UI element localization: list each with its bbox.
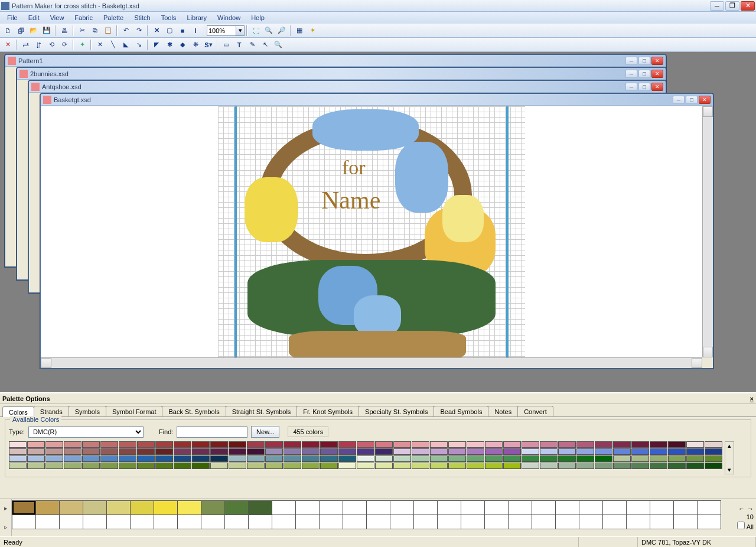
- color-swatch[interactable]: [558, 441, 576, 448]
- color-swatch[interactable]: [668, 463, 686, 469]
- zoom-area-icon[interactable]: 🔎: [275, 25, 288, 37]
- palette-slot[interactable]: [177, 515, 201, 529]
- color-swatch[interactable]: [247, 455, 265, 462]
- menu-library[interactable]: Library: [182, 13, 211, 22]
- menu-fabric[interactable]: Fabric: [70, 13, 97, 22]
- palette-slot[interactable]: [508, 515, 532, 529]
- palette-slot[interactable]: [390, 515, 414, 529]
- color-swatch[interactable]: [64, 448, 82, 455]
- palette-slot[interactable]: [248, 515, 272, 529]
- grid-icon[interactable]: ▦: [293, 25, 306, 37]
- half-stitch-icon[interactable]: ╲: [106, 39, 119, 51]
- color-swatch[interactable]: [705, 455, 722, 462]
- palette-slot[interactable]: [35, 515, 60, 529]
- palette-slot[interactable]: [650, 500, 674, 515]
- color-swatch[interactable]: [558, 448, 576, 455]
- color-swatch[interactable]: [45, 441, 63, 448]
- color-swatch[interactable]: [705, 441, 722, 448]
- palette-slot[interactable]: [83, 515, 107, 529]
- palette-slot[interactable]: [390, 500, 414, 515]
- color-swatch[interactable]: [320, 463, 338, 469]
- bead-icon[interactable]: ✱: [163, 39, 176, 51]
- palette-slot[interactable]: [437, 515, 461, 529]
- color-swatch[interactable]: [174, 463, 191, 469]
- tab-bead-symbols[interactable]: Bead Symbols: [434, 406, 488, 416]
- color-swatch[interactable]: [412, 455, 429, 462]
- color-swatch[interactable]: [320, 455, 338, 462]
- palette-slot[interactable]: [248, 500, 272, 515]
- color-swatch[interactable]: [576, 455, 594, 462]
- text-bold-icon[interactable]: I: [189, 25, 202, 37]
- menu-palette[interactable]: Palette: [99, 13, 128, 22]
- color-swatch[interactable]: [375, 455, 393, 462]
- color-swatch[interactable]: [265, 455, 283, 462]
- color-swatch[interactable]: [595, 455, 612, 462]
- color-swatch[interactable]: [320, 448, 338, 455]
- cut-icon[interactable]: ✂: [76, 25, 89, 37]
- palette-slot[interactable]: [319, 500, 343, 515]
- color-swatch[interactable]: [284, 441, 301, 448]
- color-swatch[interactable]: [119, 441, 136, 448]
- eyedropper-icon[interactable]: ✎: [246, 39, 259, 51]
- color-swatch[interactable]: [430, 463, 448, 469]
- color-swatch[interactable]: [174, 448, 191, 455]
- arrow-left-icon[interactable]: ←: [738, 505, 745, 512]
- color-swatch[interactable]: [210, 463, 228, 469]
- child-close[interactable]: ✕: [651, 83, 663, 91]
- color-swatch[interactable]: [155, 455, 173, 462]
- child-minimize[interactable]: ─: [625, 57, 637, 65]
- color-swatch[interactable]: [650, 448, 667, 455]
- color-swatch[interactable]: [467, 441, 484, 448]
- palette-slot[interactable]: [602, 500, 627, 515]
- pattern-palette-grid[interactable]: [12, 499, 726, 536]
- color-swatch[interactable]: [247, 441, 265, 448]
- color-swatch[interactable]: [9, 441, 27, 448]
- color-swatch[interactable]: [155, 463, 173, 469]
- color-swatch[interactable]: [448, 441, 466, 448]
- new-button[interactable]: New...: [251, 426, 279, 438]
- palette-slot[interactable]: [343, 515, 367, 529]
- color-swatch[interactable]: [284, 463, 301, 469]
- color-swatch[interactable]: [82, 463, 100, 469]
- palette-slot[interactable]: [12, 515, 36, 529]
- three-quarter-icon[interactable]: ◤: [150, 39, 163, 51]
- color-swatch[interactable]: [284, 455, 301, 462]
- color-swatch[interactable]: [412, 441, 429, 448]
- color-swatch[interactable]: [631, 441, 649, 448]
- color-grid-scrollbar[interactable]: ▴▾: [725, 441, 734, 474]
- palette-slot[interactable]: [295, 515, 320, 529]
- color-swatch[interactable]: [45, 463, 63, 469]
- color-swatch[interactable]: [27, 463, 45, 469]
- color-swatch[interactable]: [522, 455, 539, 462]
- color-swatch[interactable]: [576, 463, 594, 469]
- color-swatch[interactable]: [522, 441, 539, 448]
- color-swatch[interactable]: [613, 455, 631, 462]
- palette-slot[interactable]: [35, 500, 60, 515]
- color-swatch[interactable]: [393, 448, 411, 455]
- color-swatch[interactable]: [192, 441, 210, 448]
- outline-icon[interactable]: ▢: [163, 25, 176, 37]
- color-swatch[interactable]: [595, 463, 612, 469]
- color-swatch[interactable]: [467, 463, 484, 469]
- palette-slot[interactable]: [59, 515, 83, 529]
- color-swatch[interactable]: [302, 455, 320, 462]
- color-swatch[interactable]: [467, 448, 484, 455]
- color-swatch[interactable]: [686, 455, 704, 462]
- color-swatch[interactable]: [9, 463, 27, 469]
- tab-fr-knot-symbols[interactable]: Fr. Knot Symbols: [296, 406, 359, 416]
- color-swatch[interactable]: [119, 463, 136, 469]
- print-icon[interactable]: 🖶: [58, 25, 71, 37]
- palette-slot[interactable]: [461, 515, 485, 529]
- color-swatch[interactable]: [137, 455, 155, 462]
- child-window-active[interactable]: Basketgt.xsd ─ □ ✕: [40, 93, 713, 369]
- color-swatch[interactable]: [522, 448, 539, 455]
- copy-doc-icon[interactable]: 🗐: [14, 25, 27, 37]
- color-swatch[interactable]: [119, 448, 136, 455]
- color-swatch[interactable]: [613, 448, 631, 455]
- specialty-icon[interactable]: ❋: [189, 39, 202, 51]
- palette-slot[interactable]: [83, 500, 107, 515]
- color-swatch[interactable]: [485, 455, 503, 462]
- tab-symbol-format[interactable]: Symbol Format: [106, 406, 163, 416]
- color-swatch[interactable]: [174, 441, 191, 448]
- color-swatch[interactable]: [192, 463, 210, 469]
